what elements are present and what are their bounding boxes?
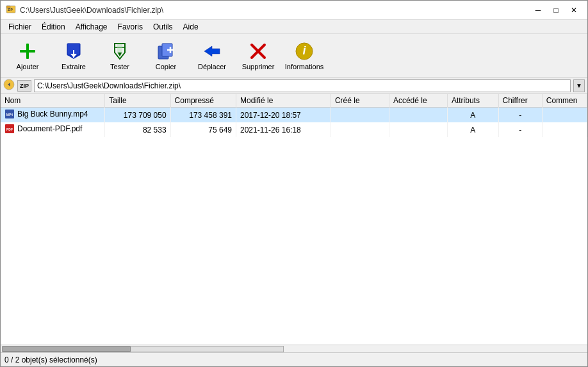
scroll-area — [1, 345, 587, 352]
col-nom[interactable]: Nom — [1, 94, 105, 108]
zip-icon: ZIP — [17, 80, 31, 92]
svg-text:ZIP: ZIP — [8, 8, 13, 12]
svg-rect-4 — [26, 44, 29, 59]
toolbar: AjouterExtraireTesterCopierDéplacerSuppr… — [1, 34, 587, 77]
delete-icon — [248, 41, 268, 61]
deplacer-button[interactable]: Déplacer — [190, 37, 234, 75]
informations-button[interactable]: iInformations — [282, 37, 326, 75]
menu-item-aide[interactable]: Aide — [178, 21, 204, 33]
col-attributs[interactable]: Attributs — [447, 94, 498, 108]
svg-text:PDF: PDF — [6, 127, 13, 131]
info-icon: i — [294, 41, 314, 61]
ajouter-button[interactable]: Ajouter — [6, 37, 49, 75]
col-modifie[interactable]: Modifié le — [236, 94, 331, 108]
deplacer-label: Déplacer — [198, 63, 226, 70]
titlebar-left: ZIP C:\Users\JustGeek\Downloads\Fichier.… — [6, 4, 163, 16]
extraire-label: Extraire — [61, 63, 86, 70]
col-accede[interactable]: Accédé le — [389, 94, 447, 108]
addressbar: ZIP C:\Users\JustGeek\Downloads\Fichier.… — [1, 77, 587, 94]
add-icon — [17, 41, 38, 61]
app-icon: ZIP — [6, 4, 16, 16]
minimize-button[interactable]: ─ — [530, 4, 546, 17]
address-dropdown[interactable]: ▼ — [573, 79, 585, 92]
file-icon-mp4: MP4Big Buck Bunny.mp4 — [4, 109, 88, 119]
status-text: 0 / 2 objet(s) sélectionné(s) — [4, 355, 97, 364]
menubar: FichierÉditionAffichageFavorisOutilsAide — [1, 20, 587, 34]
menu-item-outils[interactable]: Outils — [148, 21, 178, 33]
col-taille[interactable]: Taille — [105, 94, 170, 108]
supprimer-label: Supprimer — [242, 63, 275, 70]
col-chiffrer[interactable]: Chiffrer — [498, 94, 542, 108]
supprimer-button[interactable]: Supprimer — [236, 37, 280, 75]
filelist-body: MP4Big Buck Bunny.mp4173 709 050173 458 … — [1, 108, 587, 138]
menu-item-affichage[interactable]: Affichage — [70, 21, 113, 33]
col-cree[interactable]: Créé le — [331, 94, 389, 108]
titlebar: ZIP C:\Users\JustGeek\Downloads\Fichier.… — [1, 1, 587, 20]
extract-icon — [63, 41, 84, 61]
back-icon[interactable] — [3, 79, 15, 92]
table-row[interactable]: PDFDocument-PDF.pdf82 53375 6492021-11-2… — [1, 122, 587, 137]
tester-label: Tester — [110, 63, 129, 70]
copier-label: Copier — [156, 63, 176, 70]
svg-text:MP4: MP4 — [6, 113, 13, 117]
menu-item-favoris[interactable]: Favoris — [113, 21, 148, 33]
col-compresse[interactable]: Compressé — [170, 94, 236, 108]
test-icon — [110, 41, 130, 61]
menu-item-édition[interactable]: Édition — [37, 21, 70, 33]
copy-icon — [156, 41, 176, 61]
main-area: AjouterExtraireTesterCopierDéplacerSuppr… — [1, 34, 587, 366]
titlebar-title: C:\Users\JustGeek\Downloads\Fichier.zip\ — [20, 6, 163, 15]
filelist-container[interactable]: Nom Taille Compressé Modifié le Créé le … — [1, 94, 587, 345]
titlebar-controls: ─ □ ✕ — [530, 4, 582, 17]
scrollbar-track[interactable] — [2, 346, 284, 352]
scrollbar-thumb[interactable] — [3, 347, 131, 352]
window-content: FichierÉditionAffichageFavorisOutilsAide… — [1, 20, 587, 366]
statusbar: 0 / 2 objet(s) sélectionné(s) — [1, 352, 587, 366]
close-button[interactable]: ✕ — [566, 4, 582, 17]
copier-button[interactable]: Copier — [144, 37, 188, 75]
filelist: Nom Taille Compressé Modifié le Créé le … — [1, 94, 587, 137]
menu-item-fichier[interactable]: Fichier — [3, 21, 37, 33]
file-icon-pdf: PDFDocument-PDF.pdf — [4, 124, 82, 134]
col-comment[interactable]: Commen — [542, 94, 587, 108]
extraire-button[interactable]: Extraire — [52, 37, 95, 75]
ajouter-label: Ajouter — [17, 63, 39, 70]
maximize-button[interactable]: □ — [548, 4, 564, 17]
column-headers: Nom Taille Compressé Modifié le Créé le … — [1, 94, 587, 108]
table-row[interactable]: MP4Big Buck Bunny.mp4173 709 050173 458 … — [1, 108, 587, 123]
informations-label: Informations — [285, 63, 324, 70]
address-path[interactable]: C:\Users\JustGeek\Downloads\Fichier.zip\ — [34, 79, 571, 92]
move-icon — [202, 41, 222, 61]
tester-button[interactable]: Tester — [98, 37, 142, 75]
